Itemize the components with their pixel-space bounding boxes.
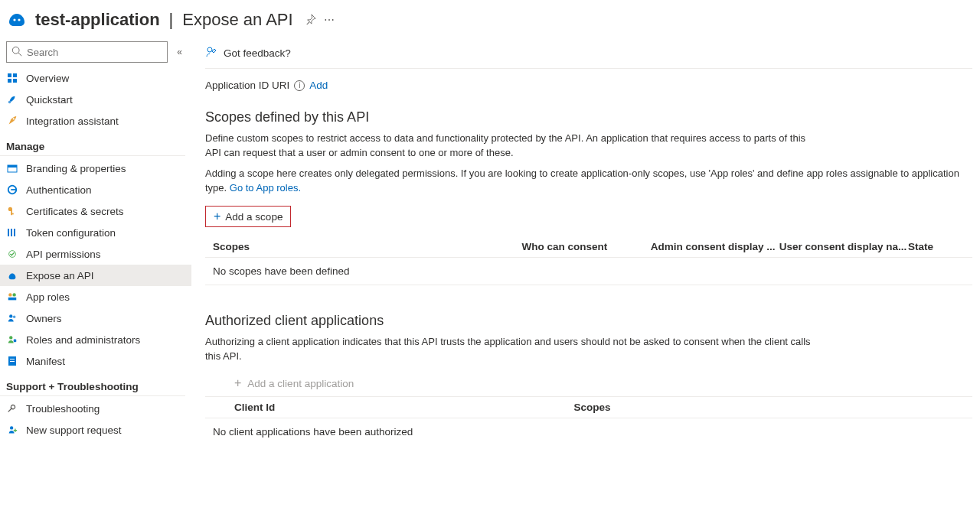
app-id-uri-row: Application ID URI i Add: [205, 80, 972, 91]
manifest-icon: [6, 355, 18, 367]
sidebar-item-roles-admins[interactable]: Roles and administrators: [0, 329, 191, 350]
info-icon[interactable]: i: [294, 80, 305, 91]
add-uri-link[interactable]: Add: [309, 80, 328, 91]
col-admin: Admin consent display ...: [651, 241, 779, 252]
go-to-app-roles-link[interactable]: Go to App roles.: [230, 182, 301, 194]
svg-rect-21: [8, 298, 17, 301]
sidebar-item-support-request[interactable]: New support request: [0, 419, 191, 441]
clients-desc: Authorizing a client application indicat…: [205, 335, 818, 364]
page-header: test-application | Expose an API ⋯: [0, 0, 980, 37]
add-scope-button[interactable]: + Add a scope: [205, 206, 291, 227]
svg-rect-7: [13, 79, 17, 83]
svg-point-31: [207, 47, 212, 52]
scopes-table-header: Scopes Who can consent Admin consent dis…: [205, 236, 972, 258]
plus-icon: +: [234, 376, 241, 390]
scopes-table: Scopes Who can consent Admin consent dis…: [205, 236, 972, 285]
svg-point-24: [9, 336, 12, 339]
col-client-id: Client Id: [234, 402, 573, 413]
sidebar-item-owners[interactable]: Owners: [0, 307, 191, 329]
scopes-empty: No scopes have been defined: [205, 258, 972, 285]
sidebar: « Overview Quickstart Integration assist…: [0, 37, 191, 512]
wrench-icon: [6, 402, 18, 415]
svg-point-23: [13, 316, 16, 319]
feedback-button[interactable]: Got feedback?: [224, 47, 291, 59]
rocket-icon: [6, 115, 18, 127]
app-id-uri-label: Application ID URI: [205, 80, 289, 91]
svg-point-22: [9, 314, 12, 317]
page-title: Expose an API: [182, 10, 292, 30]
sidebar-section-manage: Manage: [0, 132, 185, 156]
svg-line-3: [18, 52, 21, 55]
sidebar-item-branding[interactable]: Branding & properties: [0, 158, 191, 179]
sidebar-section-support: Support + Troubleshooting: [0, 372, 185, 396]
main-content: Got feedback? Application ID URI i Add S…: [191, 37, 980, 512]
svg-rect-14: [11, 213, 14, 215]
svg-rect-27: [10, 361, 15, 362]
sidebar-item-label: New support request: [26, 425, 122, 436]
svg-rect-26: [10, 359, 15, 359]
col-user: User consent display na...: [779, 241, 908, 252]
collapse-sidebar-icon[interactable]: «: [174, 44, 185, 60]
sidebar-item-label: Troubleshooting: [26, 403, 100, 415]
svg-rect-4: [8, 73, 11, 77]
sidebar-item-token[interactable]: Token configuration: [0, 222, 191, 243]
search-input[interactable]: [27, 47, 162, 58]
sidebar-search[interactable]: [6, 41, 168, 63]
sidebar-item-label: Branding & properties: [26, 163, 126, 174]
key-icon: [6, 205, 18, 217]
add-client-label: Add a client application: [247, 378, 354, 389]
sidebar-item-label: Manifest: [26, 356, 65, 367]
feedback-icon: [205, 46, 217, 60]
sidebar-item-troubleshooting[interactable]: Troubleshooting: [0, 398, 191, 419]
sidebar-item-label: API permissions: [26, 249, 101, 260]
svg-point-28: [10, 426, 13, 429]
svg-rect-11: [8, 165, 17, 168]
clients-empty: No client applications have been authori…: [205, 418, 972, 438]
app-name: test-application: [35, 10, 160, 30]
svg-rect-6: [8, 79, 11, 83]
sidebar-item-app-roles[interactable]: App roles: [0, 286, 191, 307]
sidebar-item-certificates[interactable]: Certificates & secrets: [0, 200, 191, 222]
sidebar-item-label: Expose an API: [26, 270, 94, 281]
sidebar-item-label: Certificates & secrets: [26, 206, 124, 217]
scopes-desc-1: Define custom scopes to restrict access …: [205, 132, 810, 161]
command-bar: Got feedback?: [205, 41, 972, 69]
sidebar-item-label: Token configuration: [26, 227, 116, 239]
sidebar-item-quickstart[interactable]: Quickstart: [0, 89, 191, 110]
sidebar-item-manifest[interactable]: Manifest: [0, 350, 191, 372]
search-icon: [11, 46, 22, 59]
pin-icon[interactable]: [305, 14, 316, 27]
sidebar-item-overview[interactable]: Overview: [0, 67, 191, 89]
app-roles-icon: [6, 291, 18, 303]
add-scope-label: Add a scope: [225, 211, 283, 223]
svg-rect-5: [13, 73, 17, 77]
more-icon[interactable]: ⋯: [324, 14, 335, 26]
sidebar-item-label: App roles: [26, 291, 70, 303]
add-client-button[interactable]: + Add a client application: [205, 370, 354, 396]
scopes-desc-2: Adding a scope here creates only delegat…: [205, 167, 963, 196]
app-registration-icon: [6, 9, 28, 31]
admin-icon: [6, 333, 18, 346]
scopes-section-title: Scopes defined by this API: [205, 109, 972, 125]
sidebar-item-integration[interactable]: Integration assistant: [0, 110, 191, 132]
sidebar-item-authentication[interactable]: Authentication: [0, 179, 191, 200]
sidebar-item-label: Integration assistant: [26, 115, 119, 127]
auth-icon: [6, 184, 18, 196]
svg-point-0: [13, 18, 15, 21]
permissions-icon: [6, 248, 18, 260]
sidebar-item-label: Overview: [26, 73, 69, 84]
svg-point-1: [18, 18, 20, 21]
overview-icon: [6, 72, 18, 84]
owners-icon: [6, 312, 18, 324]
sidebar-item-api-permissions[interactable]: API permissions: [0, 243, 191, 265]
clients-section-title: Authorized client applications: [205, 313, 972, 329]
title-separator: |: [168, 10, 175, 30]
col-state: State: [908, 241, 972, 252]
clients-table-header: Client Id Scopes: [205, 396, 972, 418]
expose-api-icon: [6, 269, 18, 281]
sidebar-item-label: Authentication: [26, 184, 92, 196]
col-client-scopes: Scopes: [573, 402, 610, 413]
sidebar-item-expose-api[interactable]: Expose an API: [0, 265, 191, 286]
svg-point-20: [12, 293, 15, 296]
sidebar-item-label: Owners: [26, 313, 62, 324]
